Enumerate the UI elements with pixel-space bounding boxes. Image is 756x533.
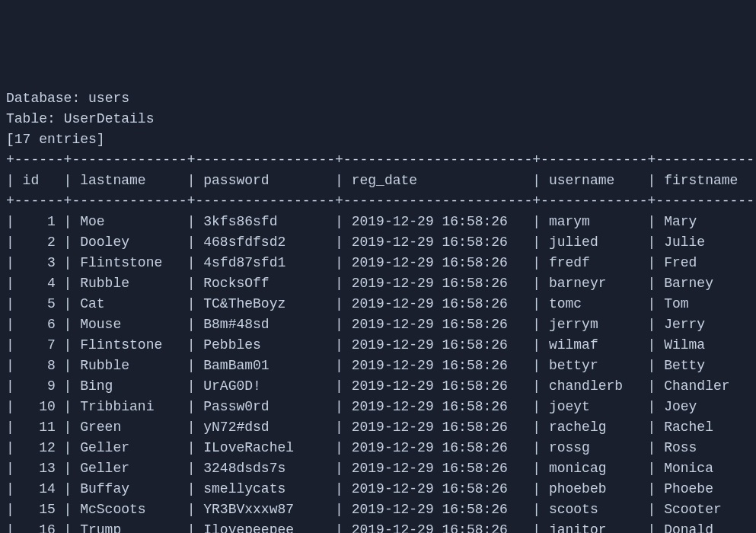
terminal-output: Database: users Table: UserDetails [17 e…: [6, 88, 750, 533]
entries-line: [17 entries]: [6, 132, 105, 147]
database-line: Database: users: [6, 91, 129, 106]
table-line: Table: UserDetails: [6, 111, 154, 126]
data-table: +------+--------------+-----------------…: [6, 152, 756, 533]
